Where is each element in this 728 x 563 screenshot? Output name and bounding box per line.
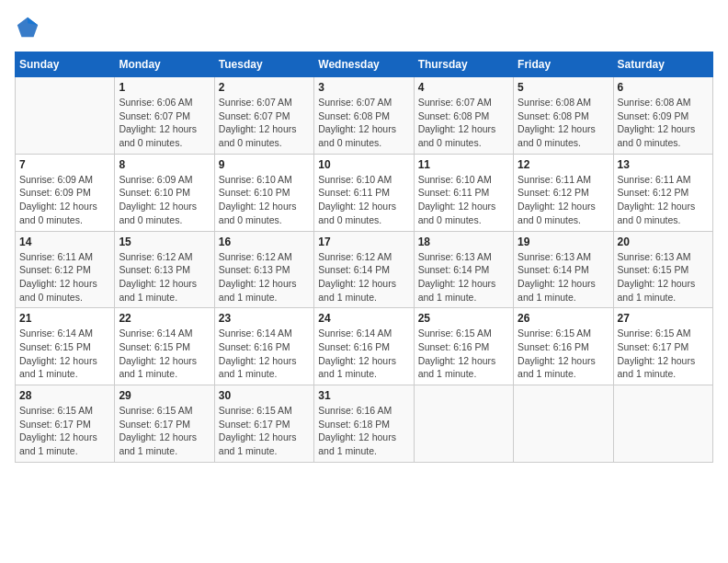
day-number: 19 [518,236,609,248]
weekday-header-tuesday: Tuesday [214,52,313,77]
calendar-week-2: 7Sunrise: 6:09 AM Sunset: 6:09 PM Daylig… [16,154,713,231]
day-info: Sunrise: 6:15 AM Sunset: 6:16 PM Dayligh… [418,327,509,381]
day-info: Sunrise: 6:15 AM Sunset: 6:17 PM Dayligh… [119,404,210,458]
day-info: Sunrise: 6:15 AM Sunset: 6:16 PM Dayligh… [518,327,609,381]
day-number: 30 [219,389,310,402]
day-info: Sunrise: 6:08 AM Sunset: 6:08 PM Dayligh… [518,96,609,150]
calendar-cell: 6Sunrise: 6:08 AM Sunset: 6:09 PM Daylig… [613,77,712,155]
day-info: Sunrise: 6:09 AM Sunset: 6:09 PM Dayligh… [19,173,110,227]
calendar-cell: 11Sunrise: 6:10 AM Sunset: 6:11 PM Dayli… [414,154,513,231]
day-info: Sunrise: 6:10 AM Sunset: 6:10 PM Dayligh… [219,173,310,227]
day-number: 20 [618,236,709,248]
day-number: 23 [219,312,310,325]
calendar-cell [613,385,712,463]
calendar-cell: 10Sunrise: 6:10 AM Sunset: 6:11 PM Dayli… [314,154,414,231]
calendar-cell: 15Sunrise: 6:12 AM Sunset: 6:13 PM Dayli… [115,231,214,308]
page-header [15,15,713,40]
day-info: Sunrise: 6:06 AM Sunset: 6:07 PM Dayligh… [119,96,210,150]
day-number: 4 [418,81,509,94]
calendar-week-3: 14Sunrise: 6:11 AM Sunset: 6:12 PM Dayli… [16,231,713,308]
day-number: 9 [219,158,310,171]
calendar-cell: 18Sunrise: 6:13 AM Sunset: 6:14 PM Dayli… [414,231,513,308]
calendar-cell: 28Sunrise: 6:15 AM Sunset: 6:17 PM Dayli… [16,385,115,463]
day-number: 14 [19,236,110,248]
calendar-cell: 1Sunrise: 6:06 AM Sunset: 6:07 PM Daylig… [115,77,214,155]
calendar-cell: 29Sunrise: 6:15 AM Sunset: 6:17 PM Dayli… [115,385,214,463]
day-info: Sunrise: 6:15 AM Sunset: 6:17 PM Dayligh… [19,404,110,458]
weekday-header-wednesday: Wednesday [314,52,414,77]
weekday-header-thursday: Thursday [414,52,513,77]
day-info: Sunrise: 6:10 AM Sunset: 6:11 PM Dayligh… [318,173,409,227]
day-info: Sunrise: 6:14 AM Sunset: 6:16 PM Dayligh… [318,327,409,381]
day-info: Sunrise: 6:11 AM Sunset: 6:12 PM Dayligh… [618,173,709,227]
day-number: 7 [19,158,110,171]
calendar-cell: 27Sunrise: 6:15 AM Sunset: 6:17 PM Dayli… [613,308,712,385]
day-number: 25 [418,312,509,325]
day-number: 21 [19,312,110,325]
day-info: Sunrise: 6:14 AM Sunset: 6:15 PM Dayligh… [19,327,110,381]
day-number: 1 [119,81,210,94]
day-number: 31 [318,389,409,402]
day-info: Sunrise: 6:13 AM Sunset: 6:15 PM Dayligh… [618,250,709,304]
day-number: 28 [19,389,110,402]
calendar-table: SundayMondayTuesdayWednesdayThursdayFrid… [15,52,713,463]
day-info: Sunrise: 6:15 AM Sunset: 6:17 PM Dayligh… [618,327,709,381]
calendar-cell: 19Sunrise: 6:13 AM Sunset: 6:14 PM Dayli… [514,231,613,308]
day-number: 3 [318,81,409,94]
logo-icon [15,15,40,40]
day-info: Sunrise: 6:14 AM Sunset: 6:16 PM Dayligh… [219,327,310,381]
calendar-cell: 17Sunrise: 6:12 AM Sunset: 6:14 PM Dayli… [314,231,414,308]
weekday-header-row: SundayMondayTuesdayWednesdayThursdayFrid… [16,52,713,77]
weekday-header-saturday: Saturday [613,52,712,77]
day-number: 17 [318,236,409,248]
day-info: Sunrise: 6:07 AM Sunset: 6:07 PM Dayligh… [219,96,310,150]
day-number: 15 [119,236,210,248]
calendar-cell: 8Sunrise: 6:09 AM Sunset: 6:10 PM Daylig… [115,154,214,231]
calendar-cell: 26Sunrise: 6:15 AM Sunset: 6:16 PM Dayli… [514,308,613,385]
day-info: Sunrise: 6:10 AM Sunset: 6:11 PM Dayligh… [418,173,509,227]
calendar-week-5: 28Sunrise: 6:15 AM Sunset: 6:17 PM Dayli… [16,385,713,463]
day-info: Sunrise: 6:14 AM Sunset: 6:15 PM Dayligh… [119,327,210,381]
day-info: Sunrise: 6:07 AM Sunset: 6:08 PM Dayligh… [418,96,509,150]
calendar-cell: 5Sunrise: 6:08 AM Sunset: 6:08 PM Daylig… [514,77,613,155]
calendar-cell: 25Sunrise: 6:15 AM Sunset: 6:16 PM Dayli… [414,308,513,385]
day-number: 11 [418,158,509,171]
calendar-cell: 14Sunrise: 6:11 AM Sunset: 6:12 PM Dayli… [16,231,115,308]
weekday-header-sunday: Sunday [16,52,115,77]
day-number: 2 [219,81,310,94]
day-number: 5 [518,81,609,94]
day-info: Sunrise: 6:13 AM Sunset: 6:14 PM Dayligh… [518,250,609,304]
weekday-header-friday: Friday [514,52,613,77]
calendar-cell: 7Sunrise: 6:09 AM Sunset: 6:09 PM Daylig… [16,154,115,231]
day-info: Sunrise: 6:16 AM Sunset: 6:18 PM Dayligh… [318,404,409,458]
day-info: Sunrise: 6:12 AM Sunset: 6:14 PM Dayligh… [318,250,409,304]
calendar-cell [16,77,115,155]
calendar-cell: 9Sunrise: 6:10 AM Sunset: 6:10 PM Daylig… [214,154,313,231]
day-number: 13 [618,158,709,171]
calendar-cell: 24Sunrise: 6:14 AM Sunset: 6:16 PM Dayli… [314,308,414,385]
calendar-week-1: 1Sunrise: 6:06 AM Sunset: 6:07 PM Daylig… [16,77,713,155]
calendar-cell: 12Sunrise: 6:11 AM Sunset: 6:12 PM Dayli… [514,154,613,231]
day-info: Sunrise: 6:07 AM Sunset: 6:08 PM Dayligh… [318,96,409,150]
day-number: 6 [618,81,709,94]
day-info: Sunrise: 6:09 AM Sunset: 6:10 PM Dayligh… [119,173,210,227]
weekday-header-monday: Monday [115,52,214,77]
calendar-cell [414,385,513,463]
calendar-cell: 13Sunrise: 6:11 AM Sunset: 6:12 PM Dayli… [613,154,712,231]
day-info: Sunrise: 6:15 AM Sunset: 6:17 PM Dayligh… [219,404,310,458]
day-number: 18 [418,236,509,248]
day-number: 29 [119,389,210,402]
day-number: 16 [219,236,310,248]
logo [15,15,44,40]
day-number: 10 [318,158,409,171]
calendar-cell: 22Sunrise: 6:14 AM Sunset: 6:15 PM Dayli… [115,308,214,385]
day-number: 12 [518,158,609,171]
day-info: Sunrise: 6:11 AM Sunset: 6:12 PM Dayligh… [518,173,609,227]
calendar-cell: 20Sunrise: 6:13 AM Sunset: 6:15 PM Dayli… [613,231,712,308]
day-info: Sunrise: 6:12 AM Sunset: 6:13 PM Dayligh… [219,250,310,304]
day-info: Sunrise: 6:13 AM Sunset: 6:14 PM Dayligh… [418,250,509,304]
calendar-cell: 16Sunrise: 6:12 AM Sunset: 6:13 PM Dayli… [214,231,313,308]
day-number: 8 [119,158,210,171]
day-info: Sunrise: 6:08 AM Sunset: 6:09 PM Dayligh… [618,96,709,150]
day-info: Sunrise: 6:12 AM Sunset: 6:13 PM Dayligh… [119,250,210,304]
